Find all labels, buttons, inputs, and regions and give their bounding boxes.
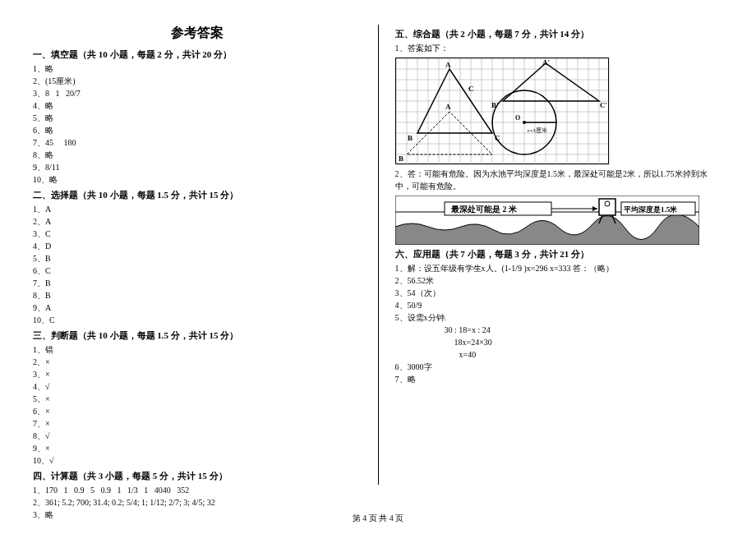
s5-l1: 1、答案如下：: [395, 42, 724, 54]
s1-l2: 2、(15厘米): [33, 75, 362, 87]
section-3-title: 三、判断题（共 10 小题，每题 1.5 分，共计 15 分）: [33, 329, 362, 342]
geometry-grid-diagram: A A' B B' C C' O r=3厘米 B A C: [395, 58, 609, 164]
s3-l3: 3、×: [33, 368, 362, 380]
s1-l9: 9、8/11: [33, 161, 362, 173]
s4-l1: 1、170 1 0.9 5 0.9 1 1/3 1 4040 352: [33, 484, 362, 496]
s5-l2: 2、答：可能有危险。因为水池平均深度是1.5米，最深处可能是2米，所以1.75米…: [395, 168, 724, 192]
water-depth-diagram: 最深处可能是 2 米 平均深度是1.5米: [395, 196, 699, 245]
label-B: B: [408, 134, 413, 142]
water-label-right: 平均深度是1.5米: [623, 205, 678, 214]
svg-point-34: [523, 121, 526, 124]
s6-l3: 3、54（次）: [395, 287, 724, 299]
page-title: 参考答案: [33, 25, 362, 42]
s2-l6: 6、C: [33, 265, 362, 277]
s2-l2: 2、A: [33, 215, 362, 228]
label-O: O: [515, 114, 520, 122]
s2-l10: 10、C: [33, 314, 362, 326]
s2-l8: 8、B: [33, 289, 362, 302]
s1-l1: 1、略: [33, 62, 362, 75]
label-B3: B: [399, 154, 403, 163]
s2-l5: 5、B: [33, 252, 362, 265]
s3-l7: 7、×: [33, 417, 362, 430]
s1-l5: 5、略: [33, 112, 362, 124]
label-B2: B': [491, 101, 499, 109]
section-2-title: 二、选择题（共 10 小题，每题 1.5 分，共计 15 分）: [33, 189, 362, 201]
label-A3: A: [445, 103, 451, 111]
label-A2: A': [542, 58, 550, 67]
page-content: 参考答案 一、填空题（共 10 小题，每题 2 分，共计 20 分） 1、略 2…: [33, 25, 723, 485]
section-4-title: 四、计算题（共 3 小题，每题 5 分，共计 15 分）: [33, 470, 362, 482]
s3-l2: 2、×: [33, 356, 362, 368]
s6-l4: 4、50/9: [395, 299, 724, 311]
label-C: C: [495, 134, 500, 142]
label-radius: r=3厘米: [528, 127, 547, 134]
s6-l5a: 30 : 18=x : 24: [395, 324, 724, 336]
s1-l3: 3、8 1 20/7: [33, 87, 362, 99]
s2-l3: 3、C: [33, 228, 362, 240]
s2-l4: 4、D: [33, 240, 362, 252]
label-C3: C: [468, 85, 474, 93]
s4-l2: 2、361; 5.2; 700; 31.4; 0.2; 5/4; 1; 1/12…: [33, 496, 362, 509]
section-6-title: 六、应用题（共 7 小题，每题 3 分，共计 21 分）: [395, 248, 724, 260]
s1-l10: 10、略: [33, 173, 362, 186]
s6-l1: 1、解：设五年级有学生x人。(1-1/9 )x=296 x=333 答：（略）: [395, 262, 724, 274]
water-label-left: 最深处可能是 2 米: [450, 205, 518, 214]
s3-l4: 4、√: [33, 380, 362, 393]
s3-l10: 10、√: [33, 454, 362, 467]
right-column: 五、综合题（共 2 小题，每题 7 分，共计 14 分） 1、答案如下： A A…: [395, 25, 724, 485]
s3-l8: 8、√: [33, 430, 362, 442]
s1-l4: 4、略: [33, 99, 362, 112]
left-column: 参考答案 一、填空题（共 10 小题，每题 2 分，共计 20 分） 1、略 2…: [33, 25, 362, 485]
s1-l6: 6、略: [33, 124, 362, 136]
s1-l8: 8、略: [33, 149, 362, 161]
s6-l2: 2、56.52米: [395, 274, 724, 287]
section-1-title: 一、填空题（共 10 小题，每题 2 分，共计 20 分）: [33, 48, 362, 61]
s3-l1: 1、错: [33, 343, 362, 356]
svg-marker-47: [592, 206, 597, 211]
s6-l5c: x=40: [395, 348, 724, 361]
s6-l7: 7、略: [395, 373, 724, 385]
s2-l1: 1、A: [33, 203, 362, 215]
label-C2: C': [600, 101, 607, 109]
s1-l7: 7、45 180: [33, 136, 362, 149]
column-divider: [378, 25, 379, 485]
section-5-title: 五、综合题（共 2 小题，每题 7 分，共计 14 分）: [395, 28, 724, 40]
s6-l5b: 18x=24×30: [395, 336, 724, 348]
page-footer: 第 4 页 共 4 页: [0, 513, 756, 524]
s6-l5: 5、设需x分钟.: [395, 311, 724, 324]
s3-l9: 9、×: [33, 442, 362, 454]
s2-l9: 9、A: [33, 302, 362, 314]
label-A: A: [445, 61, 451, 69]
s3-l5: 5、×: [33, 393, 362, 405]
s6-l6: 6、3000字: [395, 361, 724, 373]
s2-l7: 7、B: [33, 277, 362, 289]
s3-l6: 6、×: [33, 405, 362, 417]
